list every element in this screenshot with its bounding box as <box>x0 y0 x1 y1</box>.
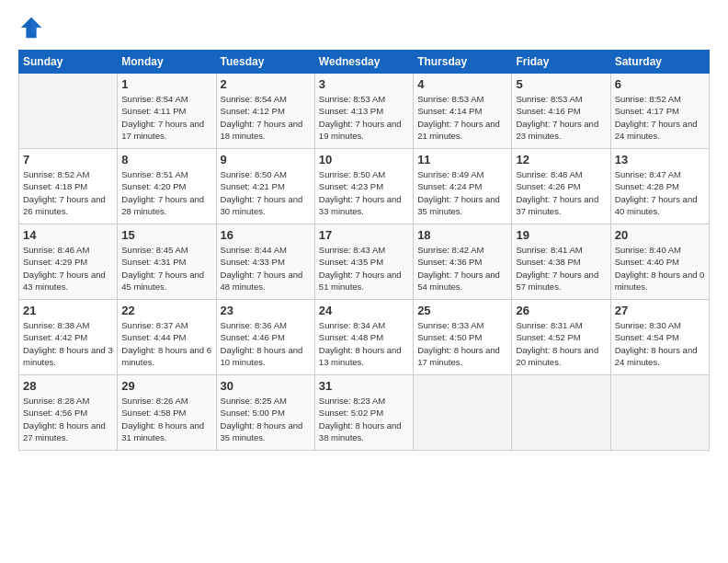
day-info: Sunrise: 8:25 AMSunset: 5:00 PMDaylight:… <box>221 395 311 443</box>
day-cell: 3Sunrise: 8:53 AMSunset: 4:13 PMDaylight… <box>314 74 413 149</box>
header-row: SundayMondayTuesdayWednesdayThursdayFrid… <box>19 51 710 74</box>
day-cell <box>610 375 709 451</box>
day-info: Sunrise: 8:52 AMSunset: 4:17 PMDaylight:… <box>615 93 705 142</box>
day-number: 8 <box>121 153 211 167</box>
day-number: 3 <box>319 77 409 91</box>
logo <box>18 15 48 40</box>
day-cell: 22Sunrise: 8:37 AMSunset: 4:44 PMDayligh… <box>118 300 216 375</box>
day-number: 18 <box>417 228 507 242</box>
day-number: 2 <box>221 77 311 91</box>
day-cell: 14Sunrise: 8:46 AMSunset: 4:29 PMDayligh… <box>19 224 118 300</box>
week-row-3: 14Sunrise: 8:46 AMSunset: 4:29 PMDayligh… <box>19 224 710 300</box>
day-info: Sunrise: 8:31 AMSunset: 4:52 PMDaylight:… <box>516 319 606 368</box>
day-info: Sunrise: 8:44 AMSunset: 4:33 PMDaylight:… <box>221 244 311 293</box>
day-number: 29 <box>121 379 211 393</box>
day-cell: 15Sunrise: 8:45 AMSunset: 4:31 PMDayligh… <box>118 224 216 300</box>
day-number: 7 <box>23 153 113 167</box>
day-cell: 27Sunrise: 8:30 AMSunset: 4:54 PMDayligh… <box>610 300 709 375</box>
day-info: Sunrise: 8:46 AMSunset: 4:29 PMDaylight:… <box>23 244 113 293</box>
day-number: 16 <box>221 228 311 242</box>
day-info: Sunrise: 8:53 AMSunset: 4:13 PMDaylight:… <box>319 93 409 142</box>
day-cell: 25Sunrise: 8:33 AMSunset: 4:50 PMDayligh… <box>414 300 512 375</box>
day-info: Sunrise: 8:40 AMSunset: 4:40 PMDaylight:… <box>615 244 705 293</box>
day-number: 21 <box>23 304 113 317</box>
week-row-1: 1Sunrise: 8:54 AMSunset: 4:11 PMDaylight… <box>19 74 710 149</box>
day-header-monday: Monday <box>118 51 216 74</box>
day-info: Sunrise: 8:30 AMSunset: 4:54 PMDaylight:… <box>615 319 705 368</box>
day-number: 1 <box>121 77 211 91</box>
day-info: Sunrise: 8:54 AMSunset: 4:12 PMDaylight:… <box>221 93 311 142</box>
day-number: 6 <box>615 77 705 91</box>
day-number: 11 <box>417 153 507 167</box>
day-info: Sunrise: 8:26 AMSunset: 4:58 PMDaylight:… <box>121 395 211 443</box>
header <box>18 15 710 40</box>
day-info: Sunrise: 8:33 AMSunset: 4:50 PMDaylight:… <box>417 319 507 368</box>
day-cell: 20Sunrise: 8:40 AMSunset: 4:40 PMDayligh… <box>610 224 709 300</box>
week-row-2: 7Sunrise: 8:52 AMSunset: 4:18 PMDaylight… <box>19 149 710 224</box>
day-cell: 29Sunrise: 8:26 AMSunset: 4:58 PMDayligh… <box>118 375 216 451</box>
day-number: 17 <box>319 228 409 242</box>
day-cell: 13Sunrise: 8:47 AMSunset: 4:28 PMDayligh… <box>610 149 709 224</box>
day-number: 28 <box>23 379 113 393</box>
day-header-wednesday: Wednesday <box>314 51 413 74</box>
day-info: Sunrise: 8:52 AMSunset: 4:18 PMDaylight:… <box>23 168 113 217</box>
day-info: Sunrise: 8:42 AMSunset: 4:36 PMDaylight:… <box>417 244 507 293</box>
day-header-thursday: Thursday <box>414 51 512 74</box>
day-header-friday: Friday <box>512 51 610 74</box>
day-cell <box>414 375 512 451</box>
day-number: 26 <box>516 304 606 317</box>
day-number: 22 <box>121 304 211 317</box>
day-cell: 21Sunrise: 8:38 AMSunset: 4:42 PMDayligh… <box>19 300 118 375</box>
day-info: Sunrise: 8:53 AMSunset: 4:16 PMDaylight:… <box>516 93 606 142</box>
day-number: 12 <box>516 153 606 167</box>
day-info: Sunrise: 8:37 AMSunset: 4:44 PMDaylight:… <box>121 319 211 368</box>
day-info: Sunrise: 8:36 AMSunset: 4:46 PMDaylight:… <box>221 319 311 368</box>
day-info: Sunrise: 8:23 AMSunset: 5:02 PMDaylight:… <box>319 395 409 443</box>
day-cell: 9Sunrise: 8:50 AMSunset: 4:21 PMDaylight… <box>216 149 314 224</box>
day-info: Sunrise: 8:43 AMSunset: 4:35 PMDaylight:… <box>319 244 409 293</box>
day-info: Sunrise: 8:49 AMSunset: 4:24 PMDaylight:… <box>417 168 507 217</box>
day-info: Sunrise: 8:41 AMSunset: 4:38 PMDaylight:… <box>516 244 606 293</box>
day-header-saturday: Saturday <box>610 51 709 74</box>
day-number: 9 <box>221 153 311 167</box>
day-number: 24 <box>319 304 409 317</box>
day-cell: 28Sunrise: 8:28 AMSunset: 4:56 PMDayligh… <box>19 375 118 451</box>
day-number: 5 <box>516 77 606 91</box>
day-cell: 19Sunrise: 8:41 AMSunset: 4:38 PMDayligh… <box>512 224 610 300</box>
day-number: 4 <box>417 77 507 91</box>
day-info: Sunrise: 8:47 AMSunset: 4:28 PMDaylight:… <box>615 168 705 217</box>
day-number: 27 <box>615 304 705 317</box>
day-info: Sunrise: 8:45 AMSunset: 4:31 PMDaylight:… <box>121 244 211 293</box>
day-cell: 5Sunrise: 8:53 AMSunset: 4:16 PMDaylight… <box>512 74 610 149</box>
day-cell: 8Sunrise: 8:51 AMSunset: 4:20 PMDaylight… <box>118 149 216 224</box>
day-info: Sunrise: 8:28 AMSunset: 4:56 PMDaylight:… <box>23 395 113 443</box>
day-cell: 1Sunrise: 8:54 AMSunset: 4:11 PMDaylight… <box>118 74 216 149</box>
week-row-5: 28Sunrise: 8:28 AMSunset: 4:56 PMDayligh… <box>19 375 710 451</box>
day-cell: 24Sunrise: 8:34 AMSunset: 4:48 PMDayligh… <box>314 300 413 375</box>
day-cell: 31Sunrise: 8:23 AMSunset: 5:02 PMDayligh… <box>314 375 413 451</box>
day-info: Sunrise: 8:53 AMSunset: 4:14 PMDaylight:… <box>417 93 507 142</box>
day-info: Sunrise: 8:54 AMSunset: 4:11 PMDaylight:… <box>121 93 211 142</box>
svg-marker-1 <box>31 17 41 33</box>
page: SundayMondayTuesdayWednesdayThursdayFrid… <box>0 0 728 460</box>
day-info: Sunrise: 8:50 AMSunset: 4:23 PMDaylight:… <box>319 168 409 217</box>
day-cell: 6Sunrise: 8:52 AMSunset: 4:17 PMDaylight… <box>610 74 709 149</box>
day-number: 19 <box>516 228 606 242</box>
day-header-tuesday: Tuesday <box>216 51 314 74</box>
day-number: 30 <box>221 379 311 393</box>
day-cell: 11Sunrise: 8:49 AMSunset: 4:24 PMDayligh… <box>414 149 512 224</box>
day-cell: 23Sunrise: 8:36 AMSunset: 4:46 PMDayligh… <box>216 300 314 375</box>
day-cell: 10Sunrise: 8:50 AMSunset: 4:23 PMDayligh… <box>314 149 413 224</box>
day-number: 31 <box>319 379 409 393</box>
day-number: 13 <box>615 153 705 167</box>
logo-icon <box>18 15 44 40</box>
day-info: Sunrise: 8:50 AMSunset: 4:21 PMDaylight:… <box>221 168 311 217</box>
day-cell <box>512 375 610 451</box>
day-number: 23 <box>221 304 311 317</box>
day-number: 15 <box>121 228 211 242</box>
day-header-sunday: Sunday <box>19 51 118 74</box>
day-number: 20 <box>615 228 705 242</box>
calendar-table: SundayMondayTuesdayWednesdayThursdayFrid… <box>18 50 710 451</box>
day-info: Sunrise: 8:34 AMSunset: 4:48 PMDaylight:… <box>319 319 409 368</box>
day-cell: 2Sunrise: 8:54 AMSunset: 4:12 PMDaylight… <box>216 74 314 149</box>
